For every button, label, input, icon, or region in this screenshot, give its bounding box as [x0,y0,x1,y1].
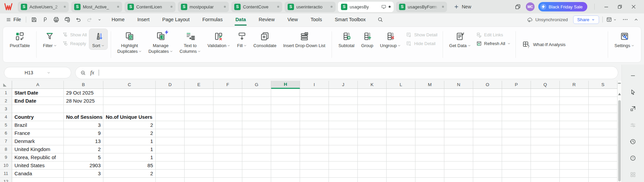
cell-B3[interactable] [64,105,103,113]
formula-input[interactable]: fx [75,66,618,79]
name-box[interactable]: H13 [4,67,71,78]
column-header-L[interactable]: L [387,81,415,89]
cell-C9[interactable]: 1 [103,153,156,161]
redo-button[interactable] [86,16,93,23]
cell-B1[interactable]: 29 Oct 2025 [64,89,103,97]
menu-item-tools[interactable]: Tools [311,13,322,26]
row-header-3[interactable]: 3 [0,105,12,113]
cell-B12[interactable] [64,178,103,182]
column-header-Q[interactable]: Q [531,81,560,89]
cell-B10[interactable]: 2903 [64,161,103,170]
column-header-F[interactable]: F [213,81,242,89]
menu-item-insert[interactable]: Insert [137,13,149,26]
row-header-6[interactable]: 6 [0,129,12,137]
row-header-5[interactable]: 5 [0,121,12,129]
empty-cells[interactable] [156,105,617,113]
cell-C10[interactable]: 85 [103,161,156,170]
vertical-scrollbar[interactable] [617,81,622,182]
apps-button[interactable] [629,171,637,178]
menu-item-smart-toolbox[interactable]: Smart Toolbox [335,13,365,26]
column-header-E[interactable]: E [185,81,213,89]
ribbon-layout-button[interactable] [606,16,617,23]
row-header-12[interactable]: 12 [0,178,12,182]
column-header-J[interactable]: J [329,81,358,89]
empty-cells[interactable] [156,170,617,178]
reapply-button[interactable]: Reapply [62,41,87,46]
hide-detail-button[interactable]: Hide Detail [406,41,437,46]
text-to-columns-button[interactable]: Text to Columns [176,29,204,56]
column-header-D[interactable]: D [156,81,185,89]
cell-C1[interactable] [103,89,156,97]
export-pdf-button[interactable] [42,16,48,23]
row-header-10[interactable]: 10 [0,161,12,170]
cell-C8[interactable]: 1 [103,145,156,153]
cell-A2[interactable]: End Date [12,97,64,105]
scroll-up-icon[interactable] [618,93,621,95]
empty-cells[interactable] [156,178,617,182]
row-header-11[interactable]: 11 [0,170,12,178]
save-button[interactable] [31,16,37,23]
empty-cells[interactable] [156,97,617,105]
settings-button[interactable]: Settings [611,29,638,50]
highlight-duplicates-button[interactable]: Highlight Duplicates [114,29,145,56]
black-friday-sale-button[interactable]: Black Friday Sale [538,2,587,11]
cell-A4[interactable]: Country [12,113,64,121]
cell-C3[interactable] [103,105,156,113]
column-header-O[interactable]: O [473,81,502,89]
show-detail-button[interactable]: Show Detail [406,32,437,38]
empty-cells[interactable] [156,121,617,129]
document-tab-userinteractio[interactable]: Suserinteractio [285,2,336,12]
avatar[interactable]: MC [526,2,535,11]
get-data-button[interactable]: Get Data [446,29,474,50]
column-header-H[interactable]: H [271,81,300,89]
select-tool-button[interactable] [629,88,637,96]
collapse-panel-button[interactable] [629,72,637,79]
cell-B2[interactable]: 28 Nov 2025 [64,97,103,105]
cell-B5[interactable]: 3 [64,121,103,129]
document-tab-ActiveUsers_2[interactable]: SActiveUsers_2 [18,2,69,12]
consolidate-button[interactable]: Consolidate [250,29,280,50]
cell-B7[interactable]: 13 [64,137,103,145]
menu-item-page-layout[interactable]: Page Layout [162,13,190,26]
empty-cells[interactable] [156,137,617,145]
what-if-analysis-button[interactable]: ? What-If Analysis [519,38,569,51]
manage-duplicates-button[interactable]: Manage Duplicates [145,29,176,56]
collapse-ribbon-button[interactable] [634,17,639,22]
cell-A12[interactable] [12,178,64,182]
row-header-2[interactable]: 2 [0,97,12,105]
edit-links-button[interactable]: Edit Links [476,32,511,38]
close-button[interactable] [628,2,639,12]
empty-cells[interactable] [156,161,617,170]
filter-button[interactable]: Filter [40,29,60,50]
tab-list-button[interactable] [512,2,524,12]
document-tab-usagesByForm[interactable]: SusagesByForm [396,2,447,12]
file-menu-button[interactable]: File [5,17,22,22]
fx-icon[interactable]: fx [90,70,94,76]
cell-B8[interactable]: 2 [64,145,103,153]
row-header-4[interactable]: 4 [0,113,12,121]
column-header-M[interactable]: M [415,81,444,89]
cell-C7[interactable]: 1 [103,137,156,145]
column-header-P[interactable]: P [502,81,531,89]
cell-A6[interactable]: France [12,129,64,137]
cell-B6[interactable]: 9 [64,129,103,137]
help-button[interactable]: ? [629,154,637,162]
cell-A5[interactable]: Brazil [12,121,64,129]
history-button[interactable] [629,138,637,145]
quick-toolbar-options-button[interactable] [97,17,102,22]
cell-C5[interactable]: 2 [103,121,156,129]
pivot-panel-button[interactable] [629,105,637,112]
empty-cells[interactable] [156,113,617,121]
show-all-button[interactable]: Show All [62,32,87,38]
select-all-corner[interactable] [0,81,12,89]
ungroup-button[interactable]: Ungroup [377,29,404,50]
document-tab-ContentLicen[interactable]: SContentLicen [125,2,176,12]
menu-item-home[interactable]: Home [112,13,125,26]
pivottable-button[interactable]: PivotTable [6,29,33,50]
empty-cells[interactable] [156,145,617,153]
subtotal-button[interactable]: Subtotal [335,29,358,50]
row-header-9[interactable]: 9 [0,153,12,161]
print-button[interactable] [53,16,59,23]
new-tab-button[interactable]: New [449,4,476,9]
print-preview-button[interactable] [64,16,70,23]
